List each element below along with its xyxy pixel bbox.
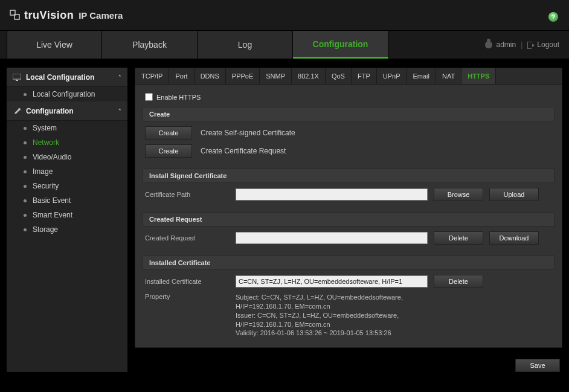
subtab-upnp[interactable]: UPnP bbox=[377, 68, 407, 84]
subtab-ftp[interactable]: FTP bbox=[352, 68, 377, 84]
username[interactable]: admin bbox=[496, 40, 516, 49]
bullet-icon bbox=[24, 141, 27, 144]
chevron-up-icon: ˄ bbox=[118, 74, 121, 80]
sidebar-item-label: Security bbox=[33, 182, 59, 190]
property-line: Issuer: C=CN, ST=ZJ, L=HZ, OU=embeddedso… bbox=[236, 311, 403, 320]
sidebar-item-label: Storage bbox=[33, 225, 58, 234]
sidebar-group-label: Configuration bbox=[26, 107, 74, 115]
certificate-path-label: Certificate Path bbox=[145, 191, 236, 198]
subtab-pppoe[interactable]: PPPoE bbox=[226, 68, 260, 84]
section-install-signed: Install Signed Certificate bbox=[143, 169, 555, 183]
property-line: Subject: C=CN, ST=ZJ, L=HZ, OU=embeddeds… bbox=[236, 293, 403, 302]
subtab-tcpip[interactable]: TCP/IP bbox=[135, 68, 169, 84]
brand-name: truVision bbox=[24, 9, 74, 22]
sidebar-item-label: Network bbox=[33, 138, 59, 147]
created-request-label: Created Request bbox=[145, 234, 236, 242]
sidebar: Local Configuration ˄ Local Configuratio… bbox=[7, 68, 127, 372]
sidebar-item-storage[interactable]: Storage bbox=[7, 222, 127, 237]
bullet-icon bbox=[24, 170, 27, 173]
section-installed-cert: Installed Certificate bbox=[143, 255, 555, 270]
bullet-icon bbox=[24, 228, 27, 231]
save-row: Save bbox=[135, 359, 562, 372]
property-row: Property Subject: C=CN, ST=ZJ, L=HZ, OU=… bbox=[143, 293, 555, 338]
sidebar-group-configuration[interactable]: Configuration ˄ bbox=[7, 101, 127, 121]
wrench-icon bbox=[13, 108, 21, 115]
upload-button[interactable]: Upload bbox=[489, 188, 539, 201]
sidebar-item-image[interactable]: Image bbox=[7, 164, 127, 179]
installed-cert-label: Installed Certificate bbox=[145, 278, 236, 285]
create-self-signed-row: Create Create Self-signed Certificate bbox=[143, 126, 555, 140]
bullet-icon bbox=[24, 93, 27, 96]
subtab-port[interactable]: Port bbox=[169, 68, 194, 84]
browse-button[interactable]: Browse bbox=[434, 188, 483, 201]
property-label: Property bbox=[145, 293, 236, 300]
created-request-input[interactable] bbox=[236, 232, 428, 244]
certificate-path-input[interactable] bbox=[236, 188, 428, 201]
brand-icon bbox=[10, 10, 21, 21]
bullet-icon bbox=[24, 199, 27, 202]
subtab-qos[interactable]: QoS bbox=[326, 68, 352, 84]
save-button[interactable]: Save bbox=[515, 359, 560, 372]
certificate-path-row: Certificate Path Browse Upload bbox=[143, 188, 555, 201]
tab-configuration[interactable]: Configuration bbox=[293, 31, 388, 59]
svg-rect-3 bbox=[16, 80, 18, 81]
delete-cert-button[interactable]: Delete bbox=[434, 275, 483, 288]
tab-live-view[interactable]: Live View bbox=[7, 31, 102, 59]
bullet-icon bbox=[24, 156, 27, 159]
help-icon[interactable]: ? bbox=[548, 12, 558, 22]
sidebar-group-local-config[interactable]: Local Configuration ˄ bbox=[7, 68, 127, 87]
app-header: truVision IP Camera ? bbox=[0, 0, 569, 30]
section-created-request: Created Request bbox=[143, 212, 555, 227]
sidebar-item-smart-event[interactable]: Smart Event bbox=[7, 208, 127, 222]
sidebar-item-label: Video/Audio bbox=[33, 153, 72, 161]
sidebar-item-system[interactable]: System bbox=[7, 121, 127, 135]
create-cert-request-label: Create Certificate Request bbox=[201, 147, 286, 155]
download-request-button[interactable]: Download bbox=[489, 231, 539, 245]
network-subtabs: TCP/IP Port DDNS PPPoE SNMP 802.1X QoS F… bbox=[135, 68, 562, 85]
main: TCP/IP Port DDNS PPPoE SNMP 802.1X QoS F… bbox=[135, 68, 562, 372]
create-self-signed-label: Create Self-signed Certificate bbox=[201, 129, 295, 137]
subtab-https[interactable]: HTTPS bbox=[461, 68, 496, 84]
subtab-email[interactable]: Email bbox=[407, 68, 436, 84]
bullet-icon bbox=[24, 127, 27, 130]
divider: | bbox=[521, 40, 522, 49]
create-self-signed-button[interactable]: Create bbox=[145, 126, 192, 140]
sidebar-item-label: Local Configuration bbox=[33, 90, 95, 98]
sidebar-item-label: Image bbox=[33, 167, 53, 176]
bullet-icon bbox=[24, 185, 27, 188]
enable-https-label: Enable HTTPS bbox=[156, 94, 201, 101]
https-panel: Enable HTTPS Create Create Create Self-s… bbox=[135, 85, 562, 348]
subtab-ddns[interactable]: DDNS bbox=[194, 68, 226, 84]
sidebar-item-security[interactable]: Security bbox=[7, 179, 127, 193]
property-line: Validity: 2016-01-06 13:53:26 ~ 2019-01-… bbox=[236, 329, 403, 338]
logout-icon bbox=[527, 42, 535, 48]
create-cert-request-button[interactable]: Create bbox=[145, 144, 192, 158]
subtab-snmp[interactable]: SNMP bbox=[260, 68, 292, 84]
sidebar-item-network[interactable]: Network bbox=[7, 135, 127, 150]
sidebar-item-label: Basic Event bbox=[33, 196, 71, 205]
sidebar-item-label: Smart Event bbox=[33, 211, 72, 219]
sidebar-item-basic-event[interactable]: Basic Event bbox=[7, 193, 127, 208]
user-icon bbox=[485, 41, 492, 48]
tab-log[interactable]: Log bbox=[198, 31, 293, 59]
top-nav: Live View Playback Log Configuration adm… bbox=[0, 30, 569, 59]
create-request-row: Create Create Certificate Request bbox=[143, 144, 555, 158]
bullet-icon bbox=[24, 214, 27, 217]
sidebar-item-video-audio[interactable]: Video/Audio bbox=[7, 150, 127, 164]
sidebar-item-label: System bbox=[33, 124, 57, 132]
body: Local Configuration ˄ Local Configuratio… bbox=[0, 59, 569, 372]
property-line: H/IP=192.168.1.70, EM=com.cn bbox=[236, 302, 403, 311]
sidebar-item-local-configuration[interactable]: Local Configuration bbox=[7, 87, 127, 101]
logout-link[interactable]: Logout bbox=[537, 40, 559, 49]
subtab-8021x[interactable]: 802.1X bbox=[292, 68, 326, 84]
chevron-up-icon: ˄ bbox=[118, 108, 121, 114]
enable-https-row: Enable HTTPS bbox=[143, 91, 555, 107]
enable-https-checkbox[interactable] bbox=[145, 93, 153, 101]
subtab-nat[interactable]: NAT bbox=[436, 68, 461, 84]
property-text: Subject: C=CN, ST=ZJ, L=HZ, OU=embeddeds… bbox=[236, 293, 403, 338]
delete-request-button[interactable]: Delete bbox=[434, 231, 483, 245]
created-request-row: Created Request Delete Download bbox=[143, 231, 555, 245]
installed-cert-input[interactable] bbox=[236, 275, 428, 288]
tab-playback[interactable]: Playback bbox=[102, 31, 198, 59]
top-nav-user-area: admin | Logout bbox=[388, 31, 569, 59]
